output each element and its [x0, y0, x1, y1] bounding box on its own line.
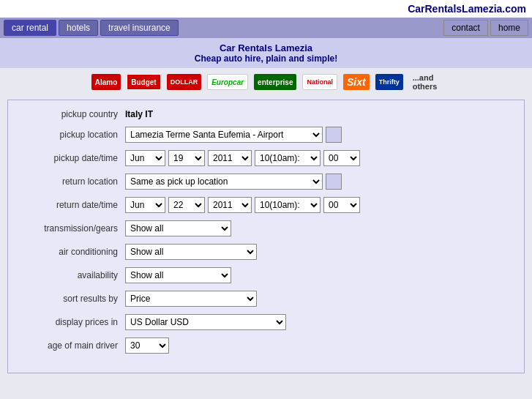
return-datetime-row: return date/time Jun 22 2011 10(10am): 0… — [23, 197, 509, 213]
pickup-datetime-row: pickup date/time Jun 19 2011 10(10am): 0… — [23, 150, 509, 166]
pickup-hour-select[interactable]: 10(10am): — [255, 150, 321, 166]
return-day-select[interactable]: 22 — [168, 197, 205, 213]
brand-header: Car Rentals Lamezia Cheap auto hire, pla… — [0, 38, 532, 68]
return-year-select[interactable]: 2011 — [208, 197, 252, 213]
partners-bar: Alamo Budget DOLLAR Europcar enterprise … — [0, 68, 532, 96]
age-select[interactable]: 30 — [125, 338, 169, 354]
sort-by-select[interactable]: Price — [125, 291, 257, 307]
nav-home[interactable]: home — [490, 20, 528, 36]
dollar-logo: DOLLAR — [167, 74, 202, 90]
pickup-min-select[interactable]: 00 — [323, 150, 360, 166]
others-logo: ...andothers — [409, 74, 441, 90]
return-month-select[interactable]: Jun — [125, 197, 165, 213]
pickup-country-control: Italy IT — [125, 109, 153, 119]
national-logo: National — [302, 74, 337, 90]
age-row: age of main driver 30 — [23, 338, 509, 354]
availability-control: Show all — [125, 267, 231, 283]
display-prices-label: display prices in — [23, 317, 125, 327]
nav-travel-insurance[interactable]: travel insurance — [100, 20, 179, 36]
alamo-logo: Alamo — [91, 74, 121, 90]
return-location-control: Same as pick up location — [125, 174, 342, 190]
nav-left: car rental hotels travel insurance — [4, 20, 179, 36]
return-location-row: return location Same as pick up location — [23, 174, 509, 190]
return-hour-select[interactable]: 10(10am): — [255, 197, 321, 213]
age-control: 30 — [125, 338, 169, 354]
availability-select[interactable]: Show all — [125, 267, 231, 283]
return-location-color-btn[interactable] — [326, 174, 342, 190]
pickup-day-select[interactable]: 19 — [168, 150, 205, 166]
nav-right: contact home — [443, 20, 528, 36]
display-prices-row: display prices in US Dollar USD — [23, 314, 509, 330]
nav-bar: car rental hotels travel insurance conta… — [0, 18, 532, 38]
transmission-row: transmission/gears Show all — [23, 220, 509, 236]
transmission-label: transmission/gears — [23, 223, 125, 234]
nav-contact[interactable]: contact — [443, 20, 488, 36]
air-conditioning-label: air conditioning — [23, 247, 125, 257]
brand-title: Car Rentals Lamezia — [4, 42, 528, 53]
enterprise-logo: enterprise — [254, 74, 296, 90]
transmission-control: Show all — [125, 220, 231, 236]
transmission-select[interactable]: Show all — [125, 220, 231, 236]
pickup-country-label: pickup country — [23, 109, 125, 119]
pickup-location-label: pickup location — [23, 130, 125, 140]
brand-subtitle: Cheap auto hire, plain and simple! — [4, 53, 528, 64]
air-conditioning-control: Show all — [125, 244, 257, 260]
return-location-label: return location — [23, 176, 125, 187]
availability-row: availability Show all — [23, 267, 509, 283]
pickup-datetime-control: Jun 19 2011 10(10am): 00 — [125, 150, 360, 166]
pickup-location-row: pickup location Lamezia Terme Santa Eufe… — [23, 127, 509, 143]
nav-car-rental[interactable]: car rental — [4, 20, 56, 36]
pickup-location-select[interactable]: Lamezia Terme Santa Eufemia - Airport — [125, 127, 323, 143]
pickup-location-control: Lamezia Terme Santa Eufemia - Airport — [125, 127, 342, 143]
sixt-logo: Sixt — [343, 74, 370, 90]
display-prices-select[interactable]: US Dollar USD — [125, 314, 286, 330]
pickup-country-row: pickup country Italy IT — [23, 109, 509, 119]
pickup-month-select[interactable]: Jun — [125, 150, 165, 166]
display-prices-control: US Dollar USD — [125, 314, 286, 330]
return-min-select[interactable]: 00 — [323, 197, 360, 213]
europcar-logo: Europcar — [207, 74, 248, 90]
sort-by-label: sort results by — [23, 294, 125, 304]
air-conditioning-row: air conditioning Show all — [23, 244, 509, 260]
availability-label: availability — [23, 270, 125, 280]
age-label: age of main driver — [23, 340, 125, 351]
main-form: pickup country Italy IT pickup location … — [7, 100, 525, 373]
thrifty-logo: Thrifty — [375, 74, 403, 90]
budget-logo: Budget — [127, 74, 160, 90]
return-datetime-control: Jun 22 2011 10(10am): 00 — [125, 197, 360, 213]
return-location-select[interactable]: Same as pick up location — [125, 174, 323, 190]
pickup-location-color-btn[interactable] — [326, 127, 342, 143]
nav-hotels[interactable]: hotels — [59, 20, 98, 36]
pickup-year-select[interactable]: 2011 — [208, 150, 252, 166]
pickup-datetime-label: pickup date/time — [23, 153, 125, 163]
sort-by-control: Price — [125, 291, 257, 307]
pickup-country-value: Italy IT — [125, 109, 153, 119]
return-datetime-label: return date/time — [23, 200, 125, 210]
sort-by-row: sort results by Price — [23, 291, 509, 307]
site-title: CarRentalsLamezia.com — [0, 0, 532, 18]
air-conditioning-select[interactable]: Show all — [125, 244, 257, 260]
